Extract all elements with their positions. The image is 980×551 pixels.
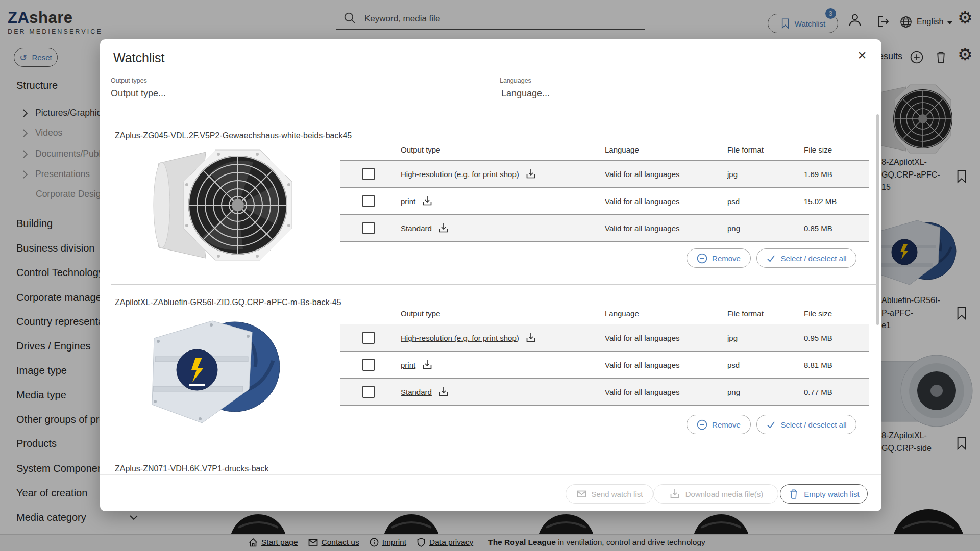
output-types-filter-label: Output types	[111, 77, 147, 84]
output-type-link[interactable]: High-resolution (e.g. for print shop)	[401, 334, 519, 342]
col-language: Language	[601, 309, 723, 318]
minus-circle-icon	[697, 419, 707, 430]
download-icon[interactable]	[525, 168, 537, 180]
watchlist-item-name: ZAplus-ZN071-VDH.6K.V7P1-drucks-back	[115, 464, 268, 473]
col-output-type: Output type	[397, 145, 601, 154]
row-format: png	[723, 224, 800, 233]
row-checkbox[interactable]	[362, 359, 375, 371]
row-format: jpg	[723, 170, 800, 179]
languages-filter-select[interactable]: Language...	[501, 88, 550, 99]
minus-circle-icon	[697, 253, 707, 264]
row-format: png	[723, 388, 800, 396]
download-icon[interactable]	[525, 332, 537, 344]
remove-button[interactable]: Remove	[687, 248, 751, 268]
output-type-link[interactable]: Standard	[401, 224, 432, 233]
download-icon[interactable]	[437, 386, 450, 398]
languages-filter-label: Languages	[500, 77, 531, 84]
table-row: print Valid for all languages psd 8.81 M…	[340, 351, 869, 378]
row-checkbox[interactable]	[362, 332, 375, 344]
download-media-files-button[interactable]: Download media file(s)	[653, 484, 778, 504]
col-file-size: File size	[800, 145, 869, 154]
row-language: Valid for all languages	[601, 388, 723, 396]
modal-title: Watchlist	[113, 51, 164, 65]
watchlist-item-table: Output type Language File format File si…	[340, 139, 869, 242]
output-type-link[interactable]: print	[401, 197, 415, 206]
col-file-format: File format	[723, 145, 800, 154]
row-checkbox[interactable]	[362, 386, 375, 398]
row-checkbox[interactable]	[362, 168, 375, 180]
col-file-size: File size	[800, 309, 869, 318]
download-icon[interactable]	[421, 195, 433, 207]
watchlist-modal: Watchlist × Output types Output type... …	[100, 39, 881, 511]
watchlist-item-name: ZAplus-ZG045-VDL.2F.V5P2-Gewaechshaus-wh…	[115, 131, 352, 140]
row-size: 15.02 MB	[800, 197, 869, 206]
empty-watch-list-button[interactable]: Empty watch list	[780, 484, 868, 504]
row-format: psd	[723, 361, 800, 369]
output-type-link[interactable]: print	[401, 361, 415, 369]
table-row: Standard Valid for all languages png 0.7…	[340, 378, 869, 406]
row-size: 0.85 MB	[800, 224, 869, 233]
row-size: 8.81 MB	[800, 361, 869, 369]
download-icon[interactable]	[421, 359, 433, 371]
check-icon	[766, 420, 776, 430]
row-checkbox[interactable]	[362, 195, 375, 207]
table-row: High-resolution (e.g. for print shop) Va…	[340, 160, 869, 187]
row-format: psd	[723, 197, 800, 206]
table-header-row: Output type Language File format File si…	[340, 303, 869, 324]
modal-scrollbar[interactable]	[876, 114, 879, 325]
table-row: print Valid for all languages psd 15.02 …	[340, 187, 869, 214]
languages-filter-underline	[496, 106, 877, 106]
watchlist-item-image	[147, 310, 285, 430]
table-header-row: Output type Language File format File si…	[340, 139, 869, 160]
row-language: Valid for all languages	[601, 334, 723, 342]
output-type-link[interactable]: Standard	[401, 388, 432, 396]
envelope-icon	[576, 489, 587, 499]
col-output-type: Output type	[397, 309, 601, 318]
table-row: High-resolution (e.g. for print shop) Va…	[340, 324, 869, 351]
row-language: Valid for all languages	[601, 197, 723, 206]
row-language: Valid for all languages	[601, 224, 723, 233]
watchlist-item-name: ZApilotXL-ZAbluefin-GR56I-ZID.GQ.CRP-aPF…	[115, 298, 341, 307]
download-icon	[669, 488, 681, 500]
download-icon[interactable]	[437, 222, 450, 234]
trash-icon	[788, 488, 799, 499]
watchlist-item-table: Output type Language File format File si…	[340, 303, 869, 406]
col-language: Language	[601, 145, 723, 154]
row-size: 1.69 MB	[800, 170, 869, 179]
row-size: 0.77 MB	[800, 388, 869, 396]
output-type-link[interactable]: High-resolution (e.g. for print shop)	[401, 170, 519, 179]
remove-button[interactable]: Remove	[687, 415, 751, 434]
col-file-format: File format	[723, 309, 800, 318]
modal-header-divider	[100, 73, 881, 73]
table-row: Standard Valid for all languages png 0.8…	[340, 214, 869, 242]
item-divider	[111, 456, 877, 456]
check-icon	[766, 254, 776, 263]
select-deselect-all-button[interactable]: Select / deselect all	[756, 415, 856, 434]
row-checkbox[interactable]	[362, 222, 375, 234]
item-divider	[111, 284, 877, 285]
close-icon[interactable]: ×	[854, 47, 870, 63]
screen: ZAshare DER MEDIENSERVICE Keyword, media…	[0, 0, 980, 551]
output-types-filter-select[interactable]: Output type...	[111, 88, 166, 99]
modal-footer-divider	[100, 474, 881, 475]
row-size: 0.95 MB	[800, 334, 869, 342]
output-types-filter-underline	[111, 106, 481, 106]
row-language: Valid for all languages	[601, 170, 723, 179]
row-format: jpg	[723, 334, 800, 342]
watchlist-item-image	[149, 143, 297, 268]
send-watch-list-button[interactable]: Send watch list	[566, 484, 653, 504]
select-deselect-all-button[interactable]: Select / deselect all	[756, 248, 856, 268]
row-language: Valid for all languages	[601, 361, 723, 369]
